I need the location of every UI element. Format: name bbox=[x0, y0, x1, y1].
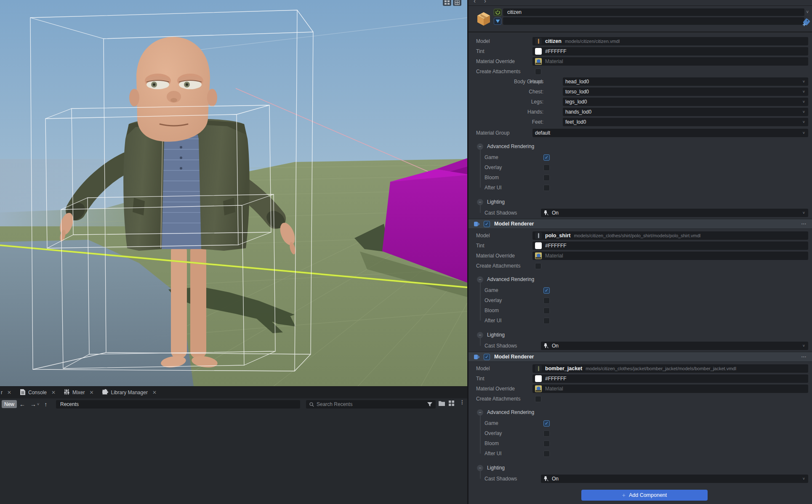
after-ui-checkbox[interactable] bbox=[543, 185, 550, 191]
bloom-checkbox[interactable] bbox=[543, 175, 550, 181]
bodygroup-sublabel: Legs: bbox=[469, 99, 548, 105]
model-field[interactable]: polo_shirtmodels/citizen_clothes/shirt/p… bbox=[532, 231, 808, 240]
property-label: Cast Shadows bbox=[485, 476, 541, 482]
material-override-field[interactable]: Material bbox=[532, 252, 808, 260]
collapse-icon[interactable]: − bbox=[477, 199, 483, 205]
component-header[interactable]: ✓Model Renderer⋯ bbox=[469, 352, 812, 362]
create-attachments-checkbox[interactable] bbox=[535, 69, 541, 75]
name-caret-icon[interactable]: ˅ bbox=[806, 10, 809, 14]
material-group-dropdown[interactable]: default˅ bbox=[532, 129, 808, 137]
model-field[interactable]: citizenmodels/citizen/citizen.vmdl bbox=[532, 37, 808, 45]
model-field[interactable]: bomber_jacketmodels/citizen_clothes/jack… bbox=[532, 364, 808, 373]
game-checkbox[interactable]: ✓ bbox=[543, 287, 550, 294]
tab-close-icon[interactable]: ✕ bbox=[7, 390, 11, 395]
model-name: polo_shirt bbox=[545, 233, 570, 239]
section-indent-line bbox=[480, 416, 481, 454]
collapse-icon[interactable]: − bbox=[477, 465, 483, 471]
add-component-button[interactable]: + Add Component bbox=[581, 490, 708, 501]
folder-icon[interactable] bbox=[439, 401, 445, 406]
up-arrow-icon[interactable]: ↑ bbox=[42, 401, 50, 408]
cast-shadows-dropdown[interactable]: On˅ bbox=[541, 475, 808, 483]
bodygroup-dropdown[interactable]: legs_lod0˅ bbox=[563, 98, 808, 106]
property-label: Overlay bbox=[485, 430, 541, 436]
component-header[interactable]: ✓Model Renderer⋯ bbox=[469, 219, 812, 229]
enabled-toggle[interactable] bbox=[494, 9, 501, 16]
snap-grid-icon[interactable] bbox=[443, 0, 451, 6]
component-menu-icon[interactable]: ⋯ bbox=[801, 221, 807, 227]
tag-toggle[interactable] bbox=[494, 18, 501, 25]
cast-shadows-dropdown[interactable]: On˅ bbox=[541, 209, 808, 217]
new-button[interactable]: New bbox=[2, 400, 17, 408]
color-swatch[interactable] bbox=[535, 375, 542, 382]
section-lighting[interactable]: −Lighting bbox=[469, 196, 812, 208]
bodygroup-sublabel: Chest: bbox=[469, 89, 548, 95]
after-ui-checkbox[interactable] bbox=[543, 318, 550, 324]
collapse-icon[interactable]: − bbox=[477, 409, 483, 416]
gameobject-name-field[interactable] bbox=[503, 8, 804, 16]
panel-tab-library-manager[interactable]: Library Manager✕ bbox=[98, 387, 161, 398]
grid-view-icon[interactable] bbox=[449, 401, 454, 406]
overlay-checkbox[interactable] bbox=[543, 164, 550, 171]
section-lighting[interactable]: −Lighting bbox=[469, 462, 812, 474]
color-swatch[interactable] bbox=[535, 48, 542, 55]
path-breadcrumb-field[interactable] bbox=[56, 400, 300, 409]
overlay-checkbox[interactable] bbox=[543, 430, 550, 437]
component-enabled-checkbox[interactable]: ✓ bbox=[484, 221, 490, 227]
overlay-checkbox[interactable] bbox=[543, 297, 550, 304]
property-label: Tint bbox=[469, 48, 532, 54]
material-override-field[interactable]: Material bbox=[532, 385, 808, 393]
tab-close-icon[interactable]: ✕ bbox=[51, 390, 56, 395]
panel-tab-console[interactable]: Console✕ bbox=[16, 387, 60, 398]
game-checkbox[interactable]: ✓ bbox=[543, 154, 550, 161]
property-label: Bloom bbox=[485, 308, 541, 313]
tab-close-icon[interactable]: ✕ bbox=[89, 390, 93, 395]
property-row-game: Game✓ bbox=[469, 418, 812, 428]
kebab-menu-icon[interactable]: ⋮ bbox=[460, 399, 465, 405]
bodygroup-sublabel: Feet: bbox=[469, 119, 548, 125]
collapse-icon[interactable]: − bbox=[477, 143, 483, 150]
section-lighting[interactable]: −Lighting bbox=[469, 329, 812, 341]
history-caret-icon[interactable]: ˅ bbox=[37, 402, 39, 406]
search-box bbox=[306, 400, 436, 409]
tint-field[interactable]: #FFFFFF bbox=[532, 241, 808, 250]
bloom-checkbox[interactable] bbox=[543, 440, 550, 447]
bodygroup-row: torso_lod0˅Chest: bbox=[469, 87, 812, 97]
3d-viewport[interactable] bbox=[0, 0, 467, 386]
filter-funnel-icon[interactable] bbox=[427, 402, 432, 407]
nav-back-icon[interactable]: ‹ bbox=[474, 0, 476, 4]
bloom-checkbox[interactable] bbox=[543, 308, 550, 314]
material-override-field[interactable]: Material bbox=[532, 57, 808, 66]
bodygroup-dropdown[interactable]: feet_lod0˅ bbox=[563, 118, 808, 126]
component-menu-icon[interactable]: ⋯ bbox=[801, 354, 807, 360]
bodygroup-dropdown[interactable]: torso_lod0˅ bbox=[563, 88, 808, 96]
property-label: Create Attachments bbox=[469, 263, 532, 269]
tab-close-icon[interactable]: ✕ bbox=[152, 390, 157, 395]
after-ui-checkbox[interactable] bbox=[543, 451, 550, 457]
section-advanced-rendering[interactable]: −Advanced Rendering bbox=[469, 406, 812, 418]
add-tag-icon[interactable] bbox=[802, 18, 811, 27]
nav-forward-icon[interactable]: › bbox=[484, 0, 486, 4]
color-swatch[interactable] bbox=[535, 242, 542, 249]
bodygroup-value: legs_lod0 bbox=[565, 99, 587, 105]
section-advanced-rendering[interactable]: −Advanced Rendering bbox=[469, 273, 812, 285]
create-attachments-checkbox[interactable] bbox=[535, 263, 541, 269]
tint-field[interactable]: #FFFFFF bbox=[532, 374, 808, 383]
game-checkbox[interactable]: ✓ bbox=[543, 420, 550, 427]
tint-field[interactable]: #FFFFFF bbox=[532, 47, 808, 56]
layout-grid-icon[interactable] bbox=[453, 0, 461, 6]
property-row-model: Modelpolo_shirtmodels/citizen_clothes/sh… bbox=[469, 231, 812, 241]
section-advanced-rendering[interactable]: −Advanced Rendering bbox=[469, 141, 812, 152]
component-enabled-checkbox[interactable]: ✓ bbox=[484, 354, 490, 360]
back-arrow-icon[interactable]: ← bbox=[17, 401, 28, 408]
panel-tab-r[interactable]: r✕ bbox=[0, 387, 16, 398]
collapse-icon[interactable]: − bbox=[477, 332, 483, 338]
search-input[interactable] bbox=[317, 401, 425, 407]
create-attachments-checkbox[interactable] bbox=[535, 396, 541, 402]
bodygroup-dropdown[interactable]: hands_lod0˅ bbox=[563, 108, 808, 116]
bodygroup-dropdown[interactable]: head_lod0˅ bbox=[563, 77, 808, 86]
cast-shadows-dropdown[interactable]: On˅ bbox=[541, 342, 808, 350]
panel-tab-mixer[interactable]: Mixer✕ bbox=[60, 387, 98, 398]
collapse-icon[interactable]: − bbox=[477, 276, 483, 283]
gameobject-tags-field[interactable] bbox=[503, 17, 804, 25]
plus-icon: + bbox=[622, 492, 626, 499]
